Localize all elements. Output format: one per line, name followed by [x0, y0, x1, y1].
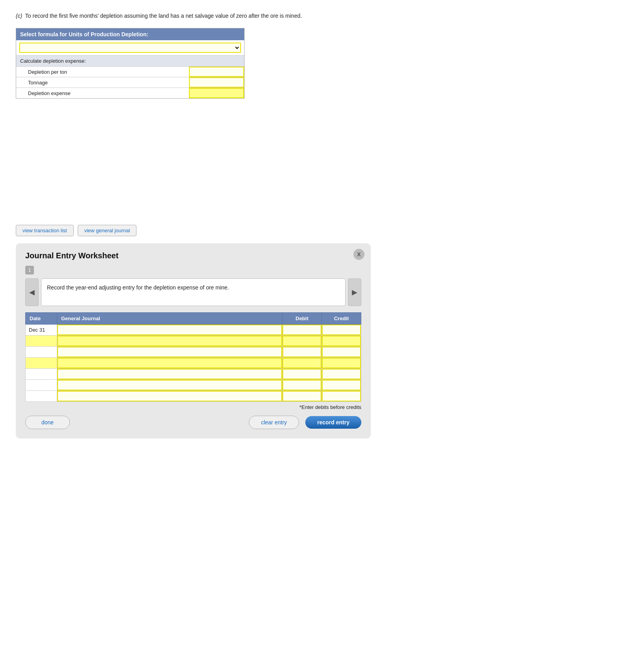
journal-cell[interactable] — [57, 347, 282, 358]
formula-table: Select formula for Units of Production D… — [16, 28, 245, 99]
journal-input[interactable] — [57, 391, 282, 401]
debit-cell[interactable] — [282, 325, 322, 336]
debit-input[interactable] — [282, 380, 321, 390]
entry-number-badge: 1 — [25, 266, 34, 274]
date-cell — [26, 391, 57, 402]
table-row: Dec 31 — [26, 325, 361, 336]
debit-input[interactable] — [282, 358, 321, 368]
depletion-per-ton-input[interactable] — [189, 67, 244, 77]
intro-text: To record the first five months' depleti… — [25, 13, 302, 19]
credit-input[interactable] — [322, 358, 361, 368]
table-row — [26, 380, 361, 391]
view-transaction-list-button[interactable]: view transaction list — [16, 225, 74, 236]
date-cell — [26, 336, 57, 347]
journal-input[interactable] — [57, 336, 282, 346]
journal-cell[interactable] — [57, 391, 282, 402]
formula-calc-header: Calculate depletion expense: — [16, 56, 244, 67]
date-cell — [26, 358, 57, 369]
table-row — [26, 358, 361, 369]
credit-cell[interactable] — [322, 347, 361, 358]
tonnage-input[interactable] — [189, 77, 244, 88]
debit-cell[interactable] — [282, 380, 322, 391]
next-arrow-button[interactable]: ▶ — [348, 278, 361, 306]
credit-cell[interactable] — [322, 358, 361, 369]
description-box: Record the year-end adjusting entry for … — [41, 278, 346, 306]
tonnage-row: Tonnage — [16, 77, 244, 88]
formula-dropdown-row[interactable] — [16, 40, 244, 56]
credit-input[interactable] — [322, 325, 361, 335]
journal-buttons-row: view transaction list view general journ… — [16, 225, 623, 236]
debit-input[interactable] — [282, 347, 321, 357]
journal-input[interactable] — [57, 369, 282, 379]
credit-cell[interactable] — [322, 369, 361, 380]
debit-cell[interactable] — [282, 369, 322, 380]
debit-cell[interactable] — [282, 391, 322, 402]
journal-input[interactable] — [57, 358, 282, 368]
date-cell — [26, 380, 57, 391]
table-row — [26, 369, 361, 380]
journal-cell[interactable] — [57, 369, 282, 380]
done-button[interactable]: done — [25, 416, 70, 429]
debit-cell[interactable] — [282, 336, 322, 347]
table-row — [26, 347, 361, 358]
bottom-actions: done clear entry record entry — [25, 416, 361, 429]
credit-cell[interactable] — [322, 325, 361, 336]
credit-input[interactable] — [322, 380, 361, 390]
journal-table-header-row: Date General Journal Debit Credit — [26, 313, 361, 325]
debit-input[interactable] — [282, 391, 321, 401]
depletion-per-ton-row: Depletion per ton — [16, 67, 244, 77]
depletion-expense-row: Depletion expense — [16, 88, 244, 98]
journal-cell[interactable] — [57, 358, 282, 369]
journal-worksheet-title: Journal Entry Worksheet — [25, 251, 361, 260]
journal-input[interactable] — [57, 380, 282, 390]
debit-cell[interactable] — [282, 358, 322, 369]
date-cell: Dec 31 — [26, 325, 57, 336]
credit-input[interactable] — [322, 391, 361, 401]
col-general-journal: General Journal — [57, 313, 282, 325]
journal-input[interactable] — [57, 347, 282, 357]
debit-input[interactable] — [282, 369, 321, 379]
credit-cell[interactable] — [322, 391, 361, 402]
clear-entry-button[interactable]: clear entry — [249, 416, 299, 429]
credit-input[interactable] — [322, 347, 361, 357]
depletion-expense-label: Depletion expense — [16, 88, 189, 98]
journal-entry-worksheet: X Journal Entry Worksheet 1 ◀ Record the… — [16, 243, 371, 439]
credit-input[interactable] — [322, 336, 361, 346]
table-row — [26, 336, 361, 347]
view-general-journal-button[interactable]: view general journal — [78, 225, 137, 236]
depletion-expense-input[interactable] — [189, 88, 244, 98]
debit-cell[interactable] — [282, 347, 322, 358]
journal-cell[interactable] — [57, 380, 282, 391]
journal-table: Date General Journal Debit Credit Dec 31 — [25, 312, 361, 402]
tonnage-label: Tonnage — [16, 78, 189, 88]
credit-cell[interactable] — [322, 336, 361, 347]
record-entry-button[interactable]: record entry — [305, 416, 361, 429]
close-button[interactable]: X — [353, 249, 364, 260]
nav-desc-row: ◀ Record the year-end adjusting entry fo… — [25, 278, 361, 306]
depletion-per-ton-label: Depletion per ton — [16, 67, 189, 77]
debit-input[interactable] — [282, 336, 321, 346]
intro-label-c: (c) — [16, 13, 22, 19]
date-cell — [26, 369, 57, 380]
col-debit: Debit — [282, 313, 322, 325]
formula-header: Select formula for Units of Production D… — [16, 28, 244, 40]
journal-cell[interactable] — [57, 336, 282, 347]
col-date: Date — [26, 313, 57, 325]
date-cell — [26, 347, 57, 358]
credit-input[interactable] — [322, 369, 361, 379]
journal-input[interactable] — [57, 325, 282, 335]
debit-input[interactable] — [282, 325, 321, 335]
intro-paragraph: (c) To record the first five months' dep… — [16, 12, 371, 20]
table-row — [26, 391, 361, 402]
enter-debits-note: *Enter debits before credits — [25, 404, 361, 410]
col-credit: Credit — [322, 313, 361, 325]
credit-cell[interactable] — [322, 380, 361, 391]
prev-arrow-button[interactable]: ◀ — [25, 278, 39, 306]
formula-dropdown[interactable] — [19, 43, 241, 53]
journal-cell[interactable] — [57, 325, 282, 336]
